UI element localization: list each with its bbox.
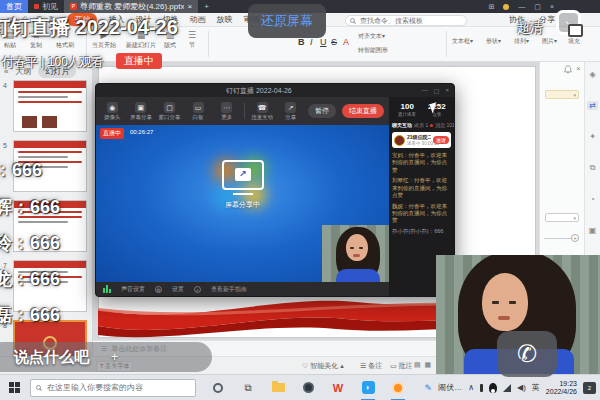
- tray-expand-icon[interactable]: ∧: [468, 383, 474, 392]
- task-view-icon[interactable]: ⧉: [240, 380, 256, 396]
- menu-slideshow[interactable]: 放映: [216, 14, 232, 25]
- cortana-icon[interactable]: [210, 380, 226, 396]
- qq-tray-icon[interactable]: [489, 383, 497, 393]
- notification-center-icon[interactable]: 2: [583, 382, 596, 394]
- network-icon[interactable]: [503, 384, 511, 392]
- textbox-button[interactable]: 文本框: [452, 37, 473, 46]
- close-icon[interactable]: [445, 87, 449, 94]
- end-live-button[interactable]: 结束直播: [342, 104, 384, 118]
- fill-label: 填充: [568, 38, 580, 44]
- bell-icon[interactable]: [564, 65, 572, 74]
- close-icon[interactable]: [550, 3, 554, 10]
- style-tool-icon[interactable]: ◈: [589, 70, 595, 79]
- picture-button[interactable]: 图片: [542, 37, 557, 46]
- orange-app-icon[interactable]: [390, 380, 406, 396]
- maximize-icon[interactable]: [434, 87, 440, 94]
- media-tool-icon[interactable]: ▣: [589, 226, 597, 235]
- font-color-button[interactable]: A: [343, 37, 349, 47]
- menu-animation[interactable]: 动画: [189, 14, 205, 25]
- whiteboard-icon: ▭: [193, 102, 204, 113]
- volume-icon[interactable]: ◀): [517, 383, 526, 392]
- tab-members[interactable]: 成员 1: [414, 122, 428, 128]
- viewer-chat-input[interactable]: 说点什么吧: [0, 342, 212, 372]
- wps-tab-active[interactable]: 尊师重教 爱师爱校(4.26).pptx: [64, 0, 198, 13]
- arrange-button[interactable]: 排列: [514, 37, 529, 46]
- screen-share-button[interactable]: ▣屏幕分享: [130, 102, 153, 120]
- tab-chat[interactable]: 聊天互动: [392, 122, 412, 128]
- restore-screen-button[interactable]: 还原屏幕: [248, 4, 326, 38]
- settings-button[interactable]: 设置: [172, 285, 184, 294]
- more-button[interactable]: ⋯更多: [215, 102, 238, 120]
- live-badge-overlay: 直播中: [116, 53, 162, 69]
- camera-button[interactable]: ◉摄像头: [101, 102, 124, 120]
- add-emoji-icon[interactable]: [111, 350, 118, 364]
- view-mode-icons[interactable]: ▤▦: [414, 361, 435, 369]
- pane-dropdown-white[interactable]: [545, 213, 579, 222]
- whiteboard-button[interactable]: ▭白板: [187, 102, 210, 120]
- live-timer: 00:26:27: [130, 129, 153, 135]
- slider-knob[interactable]: +: [571, 234, 579, 242]
- start-button[interactable]: [9, 382, 20, 393]
- sound-settings[interactable]: 声音设置: [121, 285, 145, 294]
- share-live-label: 分享: [279, 114, 302, 120]
- bold-button[interactable]: B: [298, 37, 305, 47]
- news-widget-label[interactable]: 闹伏…: [438, 382, 462, 393]
- live-window-titlebar[interactable]: 钉钉直播 2022-04-26: [96, 84, 454, 97]
- gear-icon: ⚙: [155, 286, 162, 293]
- slide-thumbnail[interactable]: [13, 80, 87, 132]
- whiteboard-label: 白板: [187, 114, 210, 120]
- member-vip-icon[interactable]: [503, 4, 509, 10]
- pause-button[interactable]: 暂停: [308, 104, 336, 118]
- dark-app-icon[interactable]: [300, 380, 316, 396]
- caret-down-icon: [554, 38, 557, 44]
- animation-tool-icon[interactable]: ⇄: [587, 101, 598, 110]
- picture-in-picture-button[interactable]: ↘: [556, 10, 581, 35]
- new-tab-button[interactable]: [198, 0, 215, 13]
- comments-toggle[interactable]: ▭ 批注: [390, 361, 413, 371]
- screen-icon: ▣: [135, 102, 146, 113]
- section-button[interactable]: ☰节: [188, 30, 196, 50]
- pane-close-icon[interactable]: [576, 64, 581, 73]
- pane-slider[interactable]: +: [544, 238, 576, 239]
- wps-search-box[interactable]: [345, 15, 467, 26]
- wps-tab-doc[interactable]: 初见: [28, 0, 64, 13]
- file-explorer-icon[interactable]: [270, 380, 286, 396]
- underline-button[interactable]: U: [320, 37, 327, 47]
- align-text-button[interactable]: 对齐文本: [358, 32, 385, 41]
- shape-button[interactable]: 形状: [486, 37, 501, 46]
- quality-selector[interactable]: 超清: [517, 19, 543, 37]
- fill-button[interactable]: 填充: [568, 37, 580, 46]
- share-live-button[interactable]: ↗分享: [279, 102, 302, 120]
- input-language[interactable]: 英: [532, 382, 540, 393]
- news-widget-icon[interactable]: ✎: [425, 383, 433, 393]
- beautify-button[interactable]: ♡ 智能美化 ▴: [302, 361, 344, 371]
- effects-tool-icon[interactable]: ✦: [589, 132, 596, 141]
- pane-dropdown-cream[interactable]: [545, 90, 579, 99]
- strikethrough-button[interactable]: S: [331, 37, 337, 47]
- microphone-tray-icon[interactable]: [480, 384, 483, 392]
- wps-app-icon[interactable]: W: [330, 380, 346, 396]
- italic-button[interactable]: I: [310, 37, 313, 47]
- window-share-button[interactable]: ▢窗口分享: [158, 102, 181, 120]
- layers-tool-icon[interactable]: ⧉: [590, 163, 596, 173]
- help-tool-icon[interactable]: ◔: [590, 195, 595, 204]
- video-call-button[interactable]: ✆: [497, 331, 557, 377]
- picture-label: 图片: [542, 38, 554, 44]
- mic-link-label: 连麦互动: [251, 114, 274, 120]
- notes-toggle[interactable]: ☰ 备注: [360, 361, 382, 371]
- wps-tab-home[interactable]: 首页: [0, 0, 28, 13]
- guide-link[interactable]: 查看新手指南: [211, 285, 247, 294]
- minimize-icon[interactable]: [518, 3, 525, 10]
- split-view-icon[interactable]: ⊞: [488, 3, 494, 11]
- tab-close-icon[interactable]: [187, 2, 192, 11]
- wps-search-input[interactable]: [358, 16, 462, 25]
- smart-graphic-button[interactable]: 转智能图形: [358, 46, 388, 55]
- tab-messages[interactable]: 消息 101: [435, 122, 455, 128]
- maximize-icon[interactable]: [534, 3, 541, 11]
- taskbar-clock[interactable]: 19:23 2022/4/26: [546, 380, 577, 396]
- dingtalk-app-icon[interactable]: ◗: [360, 380, 376, 396]
- taskbar-search[interactable]: [30, 379, 196, 397]
- taskbar-search-input[interactable]: [45, 382, 190, 393]
- minimize-icon[interactable]: [422, 87, 428, 94]
- mic-link-button[interactable]: ☎连麦互动: [251, 102, 274, 120]
